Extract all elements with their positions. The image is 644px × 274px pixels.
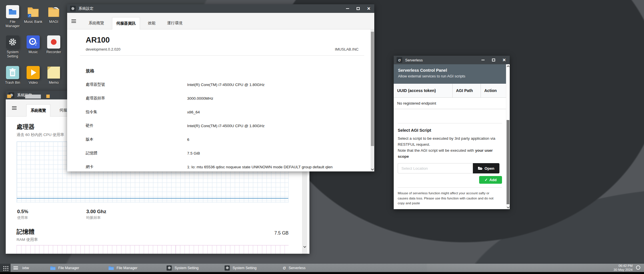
select-agi-section: Select AGI Script Select a script to be … [394,128,506,184]
spec-value: 1: lo: mtu 65536 qdisc noqueue state UNK… [187,165,333,169]
taskbar-menu-icon[interactable] [13,266,18,269]
obscured-desktop-icon-fragment [25,95,41,99]
host-name: AR100 [86,36,359,45]
table-empty-message: No registered endpoint [394,98,506,109]
scrollbar-thumb[interactable] [507,120,509,204]
note-line1: Select a script to be executed by 3rd pa… [398,136,495,147]
vendor-name: IMUSLAB.INC [335,47,359,51]
memo-note-icon [47,66,60,79]
taskbar-item-serverless[interactable]: σ Serverless [283,264,305,272]
script-location-input[interactable] [398,163,473,173]
desktop-icon-trash-bin[interactable]: Trash Bin [2,66,23,85]
desktop-icon-label: Trash Bin [5,81,20,85]
window-system-setting-server-info: 系統設定 × 系統概覽 伺服器資訊 效能 運行環境 AR100 developm… [67,4,374,171]
cpu-usage-value: 0.5% [17,209,86,215]
front-window-titlebar[interactable]: 系統設定 × [67,4,374,13]
cpu-usage-line [17,198,288,199]
maximize-button[interactable] [357,7,360,10]
desktop-icon-magi[interactable]: MAGI [43,5,64,28]
open-button[interactable]: Open [473,163,499,173]
specs-table: 處理器型號Intel(R) Core(TM) i7-4500U CPU @ 1.… [86,78,359,171]
status-ring-icon[interactable] [636,265,640,270]
menu-icon[interactable] [71,19,76,23]
app-grid-button[interactable] [0,264,11,272]
desktop-icon-label: MAGI [49,20,58,24]
desktop-icon-row-1: File Manager ↗ Music Bank MAGI [2,5,64,28]
host-version: development.0.2.020 [86,47,120,51]
divider [80,55,364,56]
minimize-button[interactable] [346,8,349,9]
divider [398,187,502,188]
serverless-scrollbar[interactable] [506,64,510,209]
minimize-button[interactable] [481,60,485,60]
desktop-icon-label: Video [29,81,38,85]
desktop-icon-video[interactable]: Video [23,66,43,85]
taskbar-item-file-manager-2[interactable]: File Manager [109,264,137,272]
taskbar-item-label: System Setting [175,266,199,270]
taskbar: ixtw File Manager File Manager System Se… [0,264,644,272]
taskbar-clock[interactable]: 06:42 PM 30 May 2024 [614,264,633,272]
front-window-content: AR100 development.0.2.020 IMUSLAB.INC 規格… [67,29,374,171]
taskbar-item-label: File Manager [58,266,79,270]
desktop-icon-system-setting[interactable]: System Setting [2,35,23,59]
desktop-icon-memo[interactable]: Memo [43,66,64,85]
taskbar-item-label: File Manager [117,266,137,270]
desktop-icon-music[interactable]: ♪ Music [23,35,43,59]
check-icon: ✓ [485,178,488,182]
spec-value: x86_64 [187,110,200,114]
desktop-icon-label: Music Bank [24,20,43,24]
maximize-button[interactable] [492,59,495,61]
spec-row: 處理器型號Intel(R) Core(TM) i7-4500U CPU @ 1.… [86,78,359,91]
serverless-panel-header: Serverless Control Panel Allow external … [394,64,506,84]
spec-value: Intel(R) Core(TM) i7-4500U CPU @ 1.80GHz [187,124,265,128]
close-button[interactable]: × [503,58,506,62]
taskbar-item-system-setting-2[interactable]: System Setting [225,264,257,272]
sigma-icon: σ [397,57,402,63]
tab-system-overview[interactable]: 系統概覽 [85,17,108,29]
gear-icon [225,265,230,271]
panel-title: Serverless Control Panel [398,68,502,73]
serverless-titlebar[interactable]: σ Serverless × [394,56,510,64]
scroll-down-button[interactable] [371,167,374,171]
scroll-down-button[interactable] [506,205,510,209]
ram-section-subtitle: RAM 使用率 [17,237,38,242]
spec-label: 網卡 [86,164,187,169]
taskbar-item-file-manager-1[interactable]: File Manager [50,264,79,272]
desktop-icon-music-bank[interactable]: ↗ Music Bank [23,5,43,28]
spec-label: 版本 [86,137,187,142]
record-dot-icon [47,35,60,49]
misuse-warning-text: Misuse of serverless function might affe… [398,191,501,206]
window-title: Serverless [405,58,481,62]
tab-system-overview[interactable]: 系統概覽 [26,104,50,117]
close-button[interactable]: × [367,6,370,11]
scrollbar-thumb[interactable] [371,32,374,146]
sigma-icon: σ [283,266,286,270]
scroll-up-button[interactable] [506,64,510,69]
tab-runtime[interactable]: 運行環境 [163,17,187,29]
gear-icon [167,265,172,271]
cpu-clock-value: 3.00 Ghz [86,209,155,215]
taskbar-item-label: System Setting [233,266,257,270]
spec-value: Intel(R) Core(TM) i7-4500U CPU @ 1.80GHz [187,83,265,87]
serverless-content: Serverless Control Panel Allow external … [394,64,510,209]
tab-server-info[interactable]: 伺服器資訊 [112,17,140,29]
desktop-icon-recorder[interactable]: Recorder [43,35,64,59]
taskbar-item-system-setting-1[interactable]: System Setting [167,264,199,272]
menu-icon[interactable] [12,106,17,110]
spec-label: 處理器頻率 [86,96,187,101]
trash-icon [6,66,19,79]
select-agi-note: Select a script to be executed by 3rd pa… [398,135,499,159]
scroll-down-button[interactable] [302,244,307,249]
front-window-scrollbar[interactable] [371,29,374,171]
chevron-up-icon [507,65,509,68]
script-picker-row: Open [398,163,499,173]
spec-row: 硬件Intel(R) Core(TM) i7-4500U CPU @ 1.80G… [86,119,359,133]
spec-row: 版本6 [86,133,359,146]
column-header-uuid: UUID (access token) [394,84,452,97]
desktop-icon-file-manager[interactable]: File Manager [2,5,23,28]
select-agi-title: Select AGI Script [398,128,502,133]
tab-performance[interactable]: 效能 [144,17,160,29]
divider [398,123,502,123]
add-button[interactable]: ✓ Add [479,176,502,184]
music-disc-icon: ♪ [27,35,40,49]
